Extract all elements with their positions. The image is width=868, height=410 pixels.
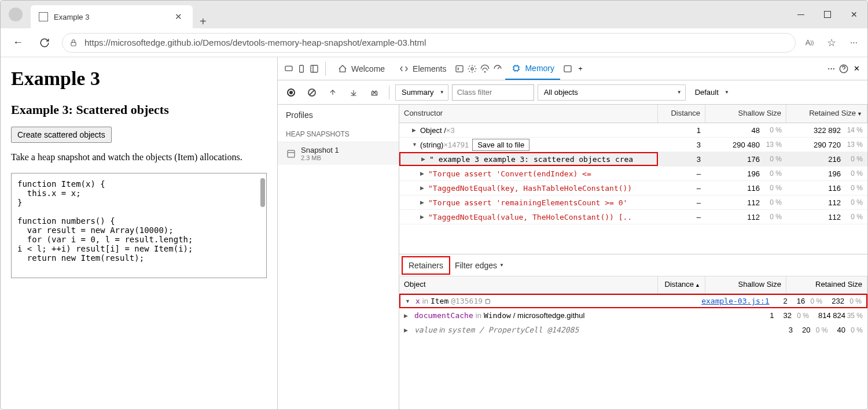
retainer-row[interactable]: ▼x in Item @135619 ▢example-03.js:12160 … (399, 294, 867, 308)
devtools-body: Profiles HEAP SNAPSHOTS Snapshot 1 2.3 M… (278, 105, 867, 409)
retainers-header: Object Distance▲ Shallow Size Retained S… (399, 276, 867, 294)
heap-row[interactable]: ▶" example 3 example 3: scattered object… (399, 152, 867, 167)
svg-point-12 (289, 91, 293, 94)
perspective-select[interactable]: Default (689, 84, 733, 101)
svg-point-6 (471, 68, 473, 70)
performance-icon[interactable] (492, 64, 503, 74)
devtools-close-icon[interactable]: ✕ (851, 64, 862, 74)
heap-row[interactable]: ▼(string) ×14791Save all to file3290 480… (399, 138, 867, 152)
code-text: function Item(x) { this.x = x; } functio… (17, 179, 193, 263)
page-paragraph: Take a heap snapshot and watch the objec… (11, 152, 267, 162)
svg-line-14 (310, 90, 314, 95)
create-objects-button[interactable]: Create scattered objects (11, 127, 112, 143)
elements-icon (399, 64, 409, 74)
retainers-tabs: Retainers Filter edges (399, 254, 867, 276)
settings-more-icon[interactable]: ⋯ (826, 64, 836, 74)
page-icon (39, 12, 48, 21)
heap-area: Constructor Distance Shallow Size Retain… (399, 105, 867, 409)
objects-select[interactable]: All objects (538, 84, 686, 101)
profile-avatar[interactable] (9, 8, 23, 21)
col-constructor[interactable]: Constructor (399, 105, 658, 123)
window-close-button[interactable] (841, 1, 867, 28)
ret-col-object[interactable]: Object (399, 276, 658, 293)
page-content: Example 3 Example 3: Scattered objects C… (1, 57, 277, 409)
upload-button[interactable] (324, 84, 341, 101)
snapshot-icon (286, 149, 296, 159)
favorite-icon[interactable]: ☆ (826, 37, 837, 49)
browser-tab[interactable]: Example 3 ✕ (31, 5, 193, 28)
heap-row[interactable]: ▶"TaggedNotEqual(value, TheHoleConstant(… (399, 210, 867, 224)
tab-welcome[interactable]: Welcome (332, 57, 391, 80)
heap-snapshots-section: HEAP SNAPSHOTS (278, 125, 399, 142)
console-icon[interactable] (454, 64, 465, 74)
class-filter-input[interactable] (452, 84, 534, 101)
reading-icon[interactable]: A)) (804, 37, 815, 49)
address-input[interactable]: https://microsoftedge.github.io/Demos/de… (62, 33, 796, 53)
retainer-row[interactable]: ▶documentCache in Window / microsoftedge… (399, 308, 867, 323)
help-icon[interactable] (838, 64, 849, 74)
scrollbar-thumb[interactable] (260, 178, 265, 207)
heap-row[interactable]: ▶"TaggedNotEqual(key, HashTableHoleConst… (399, 181, 867, 195)
svg-rect-8 (514, 66, 518, 71)
network-icon[interactable] (480, 64, 490, 74)
main-area: Example 3 Example 3: Scattered objects C… (1, 57, 867, 409)
back-button[interactable]: ← (9, 34, 27, 52)
svg-rect-5 (456, 65, 463, 72)
heap-row[interactable]: ▶"Torque assert 'remainingElementsCount … (399, 195, 867, 210)
application-icon[interactable] (562, 64, 573, 74)
source-link[interactable]: example-03.js:1 (701, 297, 774, 305)
divider (325, 62, 326, 76)
window-controls (788, 1, 867, 28)
device-icon[interactable] (296, 64, 307, 74)
devtools-panel: Welcome Elements Memory + ⋯ ✕ (277, 57, 867, 409)
retainers-tab[interactable]: Retainers (402, 256, 450, 275)
page-h2: Example 3: Scattered objects (11, 102, 267, 117)
sources-icon[interactable] (467, 64, 477, 74)
svg-rect-1 (285, 66, 292, 71)
col-shallow[interactable]: Shallow Size (705, 105, 786, 123)
clear-button[interactable] (303, 84, 321, 101)
ret-col-shallow[interactable]: Shallow Size (705, 276, 786, 293)
retainers-rows[interactable]: ▼x in Item @135619 ▢example-03.js:12160 … (399, 294, 867, 409)
tab-elements[interactable]: Elements (393, 57, 452, 80)
heap-row[interactable]: ▶Object / ×31480 %322 89214 % (399, 123, 867, 138)
titlebar: Example 3 ✕ + (1, 1, 867, 28)
heap-row[interactable]: ▶"Torque assert 'Convert(endIndex) <=–19… (399, 167, 867, 181)
svg-rect-0 (71, 42, 76, 46)
tab-memory[interactable]: Memory (505, 57, 560, 80)
window-maximize-button[interactable] (814, 1, 841, 28)
save-all-button[interactable]: Save all to file (472, 139, 529, 151)
download-button[interactable] (345, 84, 362, 101)
add-panel-icon[interactable]: + (575, 64, 586, 74)
code-box[interactable]: function Item(x) { this.x = x; } functio… (11, 173, 267, 278)
memory-toolbar: Summary All objects Default (278, 80, 867, 105)
window-minimize-button[interactable] (788, 1, 814, 28)
addr-actions: A)) ☆ ⋯ (804, 37, 859, 49)
retainer-row[interactable]: ▶value in system / PropertyCell @1420853… (399, 323, 867, 337)
svg-rect-15 (288, 150, 295, 157)
url-text: https://microsoftedge.github.io/Demos/de… (84, 38, 426, 47)
more-icon[interactable]: ⋯ (848, 37, 859, 49)
memory-icon (511, 63, 521, 73)
col-retained[interactable]: Retained Size▼ (786, 105, 867, 123)
heap-rows[interactable]: ▶Object / ×31480 %322 89214 %▼(string) ×… (399, 123, 867, 254)
code-scrollbar[interactable] (257, 175, 265, 276)
dock-icon[interactable] (309, 64, 319, 74)
profiles-header: Profiles (278, 105, 399, 125)
new-tab-button[interactable]: + (193, 15, 214, 28)
snapshot-item[interactable]: Snapshot 1 2.3 MB (278, 142, 399, 165)
ret-col-retained[interactable]: Retained Size (786, 276, 867, 293)
record-button[interactable] (282, 84, 300, 101)
inspect-icon[interactable] (284, 64, 294, 74)
delete-button[interactable] (366, 84, 383, 101)
lock-icon (69, 39, 78, 47)
snapshot-name: Snapshot 1 (301, 146, 339, 154)
filter-edges-select[interactable]: Filter edges (455, 261, 504, 270)
svg-rect-3 (311, 65, 318, 72)
view-select[interactable]: Summary (395, 84, 448, 101)
ret-col-distance[interactable]: Distance▲ (658, 276, 705, 293)
tab-close-icon[interactable]: ✕ (172, 9, 185, 24)
refresh-button[interactable] (35, 34, 54, 52)
snapshot-size: 2.3 MB (301, 154, 339, 161)
col-distance[interactable]: Distance (658, 105, 705, 123)
